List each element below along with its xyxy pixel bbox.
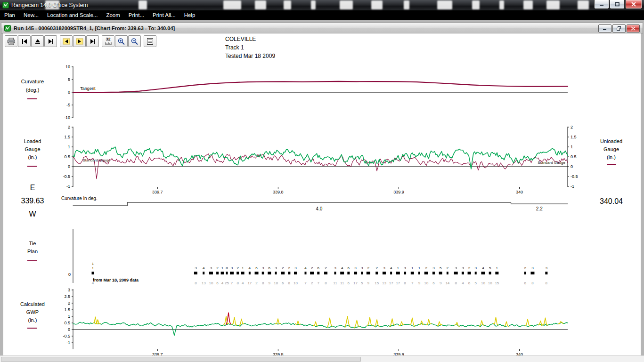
minimize-button[interactable] [594, 0, 609, 9]
close-button[interactable] [625, 0, 642, 9]
menu-item-new[interactable]: New... [19, 10, 43, 20]
menu-item-help[interactable]: Help [180, 10, 200, 20]
menu-item-zoom[interactable]: Zoom [102, 10, 124, 20]
layout-button[interactable] [144, 35, 156, 47]
unloaded-gauge-legend-swatch [607, 164, 616, 165]
unloaded-gauge-label: Unloaded [584, 138, 638, 144]
curvature-legend-swatch [27, 98, 37, 99]
step-back-icon [63, 38, 70, 45]
zoom-out-button[interactable] [128, 35, 141, 47]
west-marker: W [2, 210, 63, 218]
horizontal-scrollbar[interactable] [0, 355, 644, 362]
loaded-gauge-unit: (in.) [2, 154, 63, 160]
menu-item-print-all[interactable]: Print All... [148, 10, 180, 20]
child-window-controls [597, 24, 640, 32]
menu-bar: PlanNew...Location and Scale...ZoomPrint… [0, 10, 644, 20]
glass-artifact [523, 0, 533, 9]
loaded-gauge-label2: Gauge [2, 146, 63, 152]
nav-next-button[interactable] [44, 35, 57, 47]
window-controls [594, 0, 642, 9]
scale-32-icon: 32 [106, 37, 110, 41]
application-window: Rangecam 14.0 Office System PlanNew...Lo… [0, 0, 644, 362]
scrollbar-thumb[interactable] [1, 357, 361, 362]
glass-artifact [404, 0, 409, 9]
zoom-in-button[interactable] [115, 35, 128, 47]
child-close-button[interactable] [627, 24, 640, 32]
child-window-title: Run 145 - 000603182009STR4_1, [Chart Fro… [14, 25, 175, 31]
nav-up-button[interactable] [31, 35, 44, 47]
child-restore-button[interactable] [612, 24, 626, 32]
glass-artifact [472, 0, 480, 9]
app-titlebar: Rangecam 14.0 Office System [0, 0, 644, 11]
loaded-gauge-label: Loaded [2, 138, 63, 144]
gwp-legend-swatch [27, 328, 37, 329]
chart-canvas [3, 33, 641, 355]
menu-item-plan[interactable]: Plan [0, 10, 19, 20]
nav-next-icon [47, 38, 55, 45]
tie-plan-label: Tie [2, 241, 63, 246]
unloaded-gauge-label2: Gauge [584, 146, 638, 152]
glass-artifact [578, 0, 589, 9]
app-icon [2, 2, 9, 8]
glass-artifact [499, 0, 504, 9]
glass-artifact [284, 0, 291, 9]
glass-artifact [255, 0, 266, 9]
gwp-label2: GWP [2, 309, 63, 315]
curvature-unit-label: (deg.) [2, 87, 63, 93]
track-name: Track 1 [225, 43, 275, 52]
east-marker: E [2, 184, 63, 192]
menu-item-location-and-scale[interactable]: Location and Scale... [43, 10, 102, 20]
glass-artifact [223, 0, 241, 9]
nav-up-icon [34, 38, 41, 45]
zoom-out-icon [130, 38, 139, 45]
glass-artifact [311, 0, 316, 9]
location-name: COLEVILLE [225, 35, 275, 43]
test-date: Tested Mar 18 2009 [225, 52, 275, 60]
nav-first-button[interactable] [18, 35, 31, 47]
tie-plan-legend-swatch [27, 260, 37, 261]
glass-artifact [546, 0, 560, 9]
glass-artifact [437, 0, 452, 9]
glass-artifact [371, 0, 383, 9]
menu-item-print[interactable]: Print... [124, 10, 148, 20]
nav-last-icon [89, 38, 97, 45]
step-forward-icon [76, 38, 83, 45]
toolbar: 32 [5, 35, 157, 47]
loaded-gauge-legend-swatch [27, 166, 37, 167]
chart-header: COLEVILLE Track 1 Tested Mar 18 2009 [225, 35, 275, 60]
curvature-label: Curvature [2, 79, 63, 84]
step-forward-button[interactable] [73, 35, 86, 47]
nav-last-button[interactable] [86, 35, 99, 47]
printer-icon [7, 38, 16, 45]
unloaded-gauge-unit: (in.) [584, 154, 638, 160]
gwp-unit: (in.) [2, 317, 63, 323]
scale-32-button[interactable]: 32 [102, 35, 114, 47]
tie-plan-label2: Plan [2, 249, 63, 254]
print-button[interactable] [5, 35, 17, 47]
start-mile-marker: 339.63 [2, 197, 63, 205]
glass-artifact [340, 0, 353, 9]
gwp-label: Calculated [2, 301, 63, 307]
zoom-in-icon [117, 38, 125, 45]
app-title: Rangecam 14.0 Office System [11, 2, 88, 8]
step-back-button[interactable] [60, 35, 73, 47]
maximize-button[interactable] [610, 0, 625, 9]
child-window-titlebar[interactable]: Run 145 - 000603182009STR4_1, [Chart Fro… [1, 23, 643, 33]
child-minimize-button[interactable] [598, 24, 611, 32]
glass-artifact [139, 0, 147, 9]
nav-first-icon [21, 38, 28, 45]
end-mile-marker: 340.04 [584, 197, 638, 206]
layout-icon [147, 38, 154, 45]
run-window-icon [4, 25, 11, 32]
